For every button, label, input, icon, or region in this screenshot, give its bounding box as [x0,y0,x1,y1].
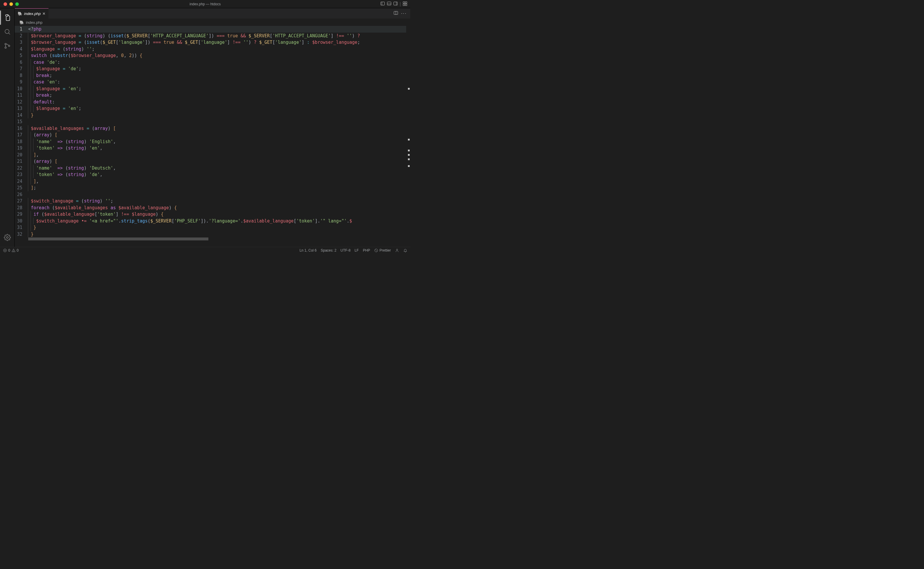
more-actions-icon[interactable]: ··· [401,11,407,16]
svg-rect-0 [381,2,384,5]
code-line[interactable]: 25 ]; [15,184,406,191]
svg-line-24 [375,249,377,251]
code-line[interactable]: 23 'token' => (string) 'de', [15,171,406,178]
editor-tabs: 🐘 index.php ✕ ··· [15,8,410,19]
notifications-icon[interactable] [403,248,407,253]
zoom-window-button[interactable] [15,2,19,6]
source-control-tab[interactable] [0,39,14,53]
customize-layout-icon[interactable] [403,1,407,7]
code-line[interactable]: 19 'token' => (string) 'en', [15,145,406,152]
code-line[interactable]: 16 $available_languages = (array) [ [15,125,406,132]
svg-point-14 [8,45,10,47]
split-editor-icon[interactable] [394,11,398,17]
code-line[interactable]: 10 $language = 'en'; [15,85,406,92]
code-line[interactable]: 7 $language = 'de'; [15,65,406,72]
svg-point-15 [6,237,8,238]
svg-line-11 [9,33,10,34]
svg-rect-8 [403,4,405,6]
feedback-icon[interactable] [395,248,399,253]
window-title: index.php — htdocs [190,2,221,6]
toggle-panel-icon[interactable] [387,1,392,7]
php-file-icon: 🐘 [18,11,22,16]
svg-rect-7 [405,2,407,3]
explorer-tab[interactable] [0,11,14,25]
code-line[interactable]: 18 'name' => (string) 'English', [15,138,406,145]
tab-index-php[interactable]: 🐘 index.php ✕ [15,8,49,18]
toggle-secondary-sidebar-icon[interactable] [393,1,398,7]
svg-rect-9 [405,4,407,6]
code-line[interactable]: 12 default: [15,99,406,105]
code-line[interactable]: 2 $browser_language = (string) (isset($_… [15,33,406,40]
code-line[interactable]: 26 [15,191,406,198]
code-line[interactable]: 29 if ($available_language['token'] !== … [15,211,406,218]
code-line[interactable]: 14 } [15,112,406,119]
problems-status[interactable]: 0 0 [3,248,18,253]
search-tab[interactable] [0,25,14,39]
encoding-status[interactable]: UTF-8 [340,248,351,253]
svg-point-13 [5,47,6,49]
code-line[interactable]: 11 break; [15,92,406,99]
toggle-primary-sidebar-icon[interactable] [380,1,385,7]
code-line[interactable]: 30 $switch_language •= '<a href="'.strip… [15,218,406,225]
code-line[interactable]: 1<?php [15,26,406,33]
svg-point-10 [5,29,9,33]
tab-label: index.php [24,11,41,16]
code-line[interactable]: 15 [15,119,406,125]
cursor-position[interactable]: Ln 1, Col 6 [299,248,316,253]
layout-controls: | [380,1,410,7]
activity-bar [0,8,15,247]
close-window-button[interactable] [3,2,7,6]
code-line[interactable]: 27 $switch_language = (string) ''; [15,198,406,205]
editor-area: 🐘 index.php ✕ ··· 🐘 index.php 1<?php2 $b… [15,8,410,247]
code-line[interactable]: 31 } [15,224,406,231]
code-line[interactable]: 3 $browser_language = (isset($_GET['lang… [15,39,406,46]
code-line[interactable]: 4 $language = (string) ''; [15,46,406,53]
code-editor[interactable]: 1<?php2 $browser_language = (string) (is… [15,26,406,247]
status-bar: 0 0 Ln 1, Col 6 Spaces: 2 UTF-8 LF PHP P… [0,247,410,253]
horizontal-scrollbar[interactable] [15,237,406,240]
svg-rect-4 [394,2,397,5]
close-tab-icon[interactable]: ✕ [42,11,46,16]
code-line[interactable]: 28 foreach ($available_languages as $ava… [15,205,406,211]
indentation-status[interactable]: Spaces: 2 [321,248,336,253]
svg-rect-2 [387,2,391,5]
window-controls [0,2,19,6]
code-line[interactable]: 6 case 'de': [15,59,406,66]
code-line[interactable]: 21 (array) [ [15,158,406,165]
svg-point-22 [13,251,14,251]
code-line[interactable]: 17 (array) [ [15,132,406,138]
breadcrumb[interactable]: 🐘 index.php [15,19,410,26]
titlebar: index.php — htdocs | [0,0,410,8]
code-line[interactable]: 5 switch (substr($browser_language, 0, 2… [15,52,406,59]
prettier-status[interactable]: Prettier [374,248,391,253]
svg-point-25 [397,249,398,250]
code-line[interactable]: 22 'name' => (string) 'Deutsch', [15,165,406,172]
eol-status[interactable]: LF [355,248,359,253]
language-mode-status[interactable]: PHP [363,248,370,253]
settings-gear-icon[interactable] [0,230,14,245]
minimize-window-button[interactable] [9,2,13,6]
svg-point-12 [5,44,6,45]
code-line[interactable]: 32 } [15,231,406,238]
code-line[interactable]: 13 $language = 'en'; [15,105,406,112]
svg-rect-6 [403,2,405,3]
minimap[interactable] [406,26,410,247]
breadcrumb-label: index.php [26,20,42,25]
code-line[interactable]: 9 case 'en': [15,79,406,85]
code-line[interactable]: 24 ], [15,178,406,185]
code-line[interactable]: 20 ], [15,152,406,158]
php-file-icon: 🐘 [20,20,24,25]
code-line[interactable]: 8 break; [15,72,406,79]
